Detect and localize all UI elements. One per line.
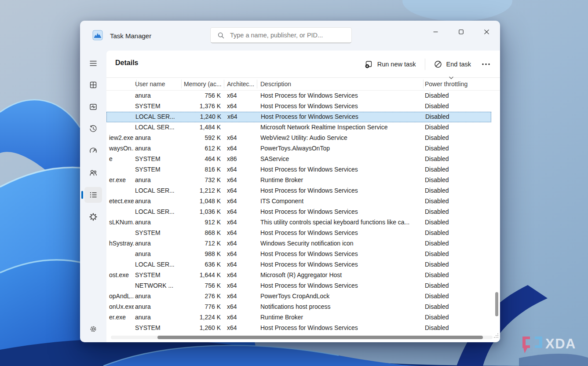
settings-button[interactable]	[84, 321, 102, 337]
column-header-power[interactable]: Power throttling	[425, 81, 490, 88]
table-row[interactable]: er.exeanura1,224 Kx64Runtime BrokerDisab…	[106, 312, 491, 323]
table-row[interactable]: hSystray...anura712 Kx64Windows Security…	[106, 238, 491, 249]
cell-desc: Microsoft Network Realtime Inspection Se…	[260, 122, 420, 133]
more-options-button[interactable]	[476, 59, 496, 69]
table-row[interactable]: NETWORK ...756 Kx64Host Process for Wind…	[106, 281, 491, 291]
table-row[interactable]: eSYSTEM464 Kx86SAServiceDisabled	[106, 154, 491, 165]
cell-user: anura	[135, 217, 179, 228]
app-history-icon	[89, 124, 98, 133]
vertical-scrollbar[interactable]	[495, 80, 498, 333]
table-row[interactable]: sLKNum...anura912 Kx64This utility contr…	[106, 217, 491, 228]
cell-name: onUx.exe	[109, 302, 134, 312]
settings-gear-icon	[89, 325, 98, 333]
cell-memory: 1,212 K	[176, 186, 221, 196]
sidebar-item-details[interactable]	[84, 187, 102, 203]
sidebar-item-startup-apps[interactable]	[84, 143, 102, 159]
table-row[interactable]: er.exeanura732 Kx64Runtime BrokerDisable…	[106, 175, 491, 186]
cell-name	[109, 228, 134, 238]
table-row[interactable]: LOCAL SER...1,036 Kx64Host Process for W…	[106, 207, 491, 217]
table-row[interactable]: LOCAL SER...1,484 KMicrosoft Network Rea…	[106, 122, 491, 133]
cell-user: LOCAL SER...	[135, 260, 179, 270]
nav-menu-button[interactable]	[84, 55, 102, 71]
table-row[interactable]: LOCAL SER...1,212 Kx64Host Process for W…	[106, 186, 491, 196]
sort-descending-icon	[449, 76, 454, 80]
cell-desc: ITS Component	[260, 196, 420, 207]
cell-arch: x64	[227, 312, 255, 323]
cell-memory: 912 K	[176, 217, 221, 228]
toolbar: Run new task End task	[359, 51, 496, 78]
close-button[interactable]	[477, 23, 496, 40]
cell-power: Disabled	[425, 122, 490, 133]
table-row[interactable]: etect.exeanura1,048 Kx64ITS ComponentDis…	[106, 196, 491, 207]
column-header-arch[interactable]: Architec...	[227, 81, 255, 88]
horizontal-scrollbar-thumb[interactable]	[157, 336, 483, 339]
cell-arch: x64	[227, 281, 255, 291]
cell-arch: x64	[227, 260, 255, 270]
table-row[interactable]: SYSTEM868 Kx64Host Process for Windows S…	[106, 228, 491, 238]
cell-desc: Host Process for Windows Services	[260, 281, 420, 291]
sidebar-item-users[interactable]	[84, 165, 102, 181]
cell-user: anura	[135, 238, 179, 249]
cell-desc: Host Process for Windows Services	[260, 186, 420, 196]
sidebar-item-app-history[interactable]	[84, 121, 102, 137]
process-table-header: User nameMemory (ac...Architec...Descrip…	[106, 78, 500, 91]
cell-arch: x64	[227, 291, 255, 302]
table-row[interactable]: LOCAL SER...636 Kx64Host Process for Win…	[106, 260, 491, 270]
table-row[interactable]: anura988 Kx64Host Process for Windows Se…	[106, 249, 491, 260]
search-input[interactable]: Type a name, publisher, or PID...	[210, 27, 352, 43]
details-page: Details Run new task End task User nameM…	[106, 51, 500, 342]
cell-name	[109, 281, 134, 291]
table-row[interactable]: SYSTEM1,260 Kx64Host Process for Windows…	[106, 323, 491, 333]
sidebar-item-performance[interactable]	[84, 99, 102, 115]
column-header-desc[interactable]: Description	[260, 81, 420, 88]
column-header-user[interactable]: User name	[135, 81, 179, 88]
cell-user: anura	[135, 249, 179, 260]
cell-user: SYSTEM	[135, 101, 179, 112]
cell-memory: 636 K	[176, 260, 221, 270]
cell-memory: 1,644 K	[176, 270, 221, 281]
cell-user: anura	[135, 133, 179, 143]
cell-memory: 1,036 K	[176, 207, 221, 217]
cell-memory: 612 K	[176, 143, 221, 154]
column-header-memory[interactable]: Memory (ac...	[184, 81, 229, 88]
cell-memory: 756 K	[176, 281, 221, 291]
run-new-task-label: Run new task	[377, 61, 416, 68]
sidebar-item-processes[interactable]	[84, 77, 102, 93]
cell-memory: 1,376 K	[176, 101, 221, 112]
table-row[interactable]: LOCAL SER...1,240 Kx64Host Process for W…	[106, 112, 491, 122]
minimize-button[interactable]	[426, 23, 445, 40]
maximize-button[interactable]	[451, 23, 471, 40]
cell-arch: x64	[227, 133, 255, 143]
run-new-task-button[interactable]: Run new task	[359, 57, 421, 72]
table-row[interactable]: opAndL...anura276 Kx64PowerToys CropAndL…	[106, 291, 491, 302]
horizontal-scrollbar[interactable]	[111, 336, 493, 339]
resize-grip-icon[interactable]	[493, 333, 499, 339]
cell-arch: x64	[227, 249, 255, 260]
cell-desc: Host Process for Windows Services	[260, 207, 420, 217]
table-row[interactable]: onUx.exeanura776 Kx64Notifications host …	[106, 302, 491, 312]
cell-name: iew2.exe	[109, 133, 134, 143]
column-separator	[257, 80, 257, 88]
end-task-button[interactable]: End task	[429, 57, 476, 72]
table-row[interactable]: ost.exeSYSTEM1,644 Kx64Microsoft (R) Agg…	[106, 270, 491, 281]
cell-memory: 592 K	[176, 133, 221, 143]
table-row[interactable]: waysOn...anura612 Kx64PowerToys.AlwaysOn…	[106, 143, 491, 154]
cell-power: Disabled	[425, 291, 490, 302]
cell-name	[109, 249, 134, 260]
xda-watermark: XDA	[520, 333, 586, 358]
table-row[interactable]: SYSTEM1,376 Kx64Host Process for Windows…	[106, 101, 491, 112]
table-row[interactable]: anura756 Kx64Host Process for Windows Se…	[106, 91, 491, 101]
cell-desc: Host Process for Windows Services	[260, 260, 420, 270]
table-row[interactable]: SYSTEM816 Kx64Host Process for Windows S…	[106, 165, 491, 175]
task-manager-app-icon	[92, 30, 103, 40]
table-row[interactable]: iew2.exeanura592 Kx64WebView2 Utility: A…	[106, 133, 491, 143]
cell-power: Disabled	[425, 228, 490, 238]
cell-power: Disabled	[425, 154, 490, 165]
vertical-scrollbar-thumb[interactable]	[495, 292, 498, 316]
cell-user: anura	[135, 302, 179, 312]
sidebar-item-services[interactable]	[84, 209, 102, 225]
services-icon	[89, 212, 98, 221]
cell-power: Disabled	[425, 186, 490, 196]
details-icon	[89, 190, 98, 199]
cell-arch	[227, 122, 255, 133]
